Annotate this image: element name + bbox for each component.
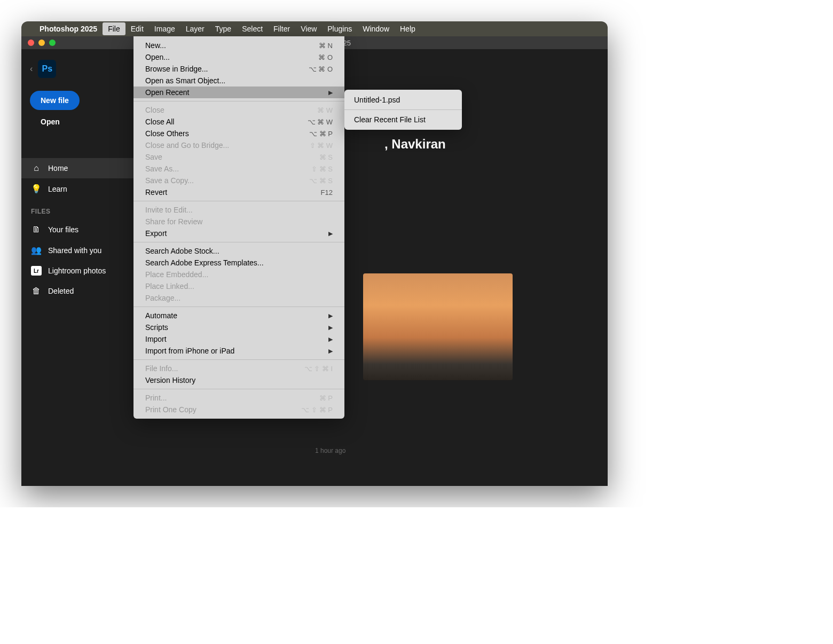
menubar-type[interactable]: Type: [210, 22, 237, 35]
back-icon[interactable]: ‹: [30, 64, 33, 74]
sidebar-lightroom-label: Lightroom photos: [48, 266, 106, 275]
menubar-view[interactable]: View: [295, 22, 322, 35]
menu-package: Package...: [133, 292, 344, 304]
menu-open-smart-object[interactable]: Open as Smart Object...: [133, 75, 344, 87]
menu-place-linked: Place Linked...: [133, 280, 344, 292]
trash-icon: 🗑: [31, 286, 42, 296]
recent-file-item[interactable]: Untitled-1.psd: [344, 93, 462, 107]
menu-separator: [133, 201, 344, 201]
photoshop-logo: Ps: [38, 60, 56, 78]
sidebar-deleted-label: Deleted: [48, 287, 74, 295]
menu-scripts[interactable]: Scripts▶: [133, 321, 344, 333]
menu-place-embedded: Place Embedded...: [133, 269, 344, 280]
sidebar-item-deleted[interactable]: 🗑 Deleted: [21, 281, 139, 301]
menubar-app-name[interactable]: Photoshop 2025: [34, 25, 103, 33]
menubar-layer[interactable]: Layer: [180, 22, 210, 35]
menu-import-iphone[interactable]: Import from iPhone or iPad▶: [133, 345, 344, 357]
menu-separator: [133, 101, 344, 101]
sidebar-item-learn[interactable]: 💡 Learn: [21, 178, 139, 199]
sidebar-home-label: Home: [48, 164, 68, 172]
recent-file-time: 1 hour ago: [315, 447, 345, 454]
menu-separator: [133, 389, 344, 389]
sidebar-item-home[interactable]: ⌂ Home: [21, 158, 139, 178]
menu-separator: [133, 242, 344, 242]
menu-share-review: Share for Review: [133, 216, 344, 227]
close-window-button[interactable]: [28, 40, 34, 46]
chevron-right-icon: ▶: [328, 324, 333, 331]
menu-save-copy: Save a Copy...⌥ ⌘ S: [133, 175, 344, 186]
sidebar-learn-label: Learn: [48, 185, 67, 193]
minimize-window-button[interactable]: [38, 40, 45, 46]
menu-separator: [133, 307, 344, 307]
menu-separator: [344, 109, 462, 110]
home-icon: ⌂: [31, 163, 42, 173]
open-button[interactable]: Open: [30, 110, 130, 133]
menu-save-as: Save As...⇧ ⌘ S: [133, 163, 344, 175]
menu-automate[interactable]: Automate▶: [133, 310, 344, 321]
menu-search-express[interactable]: Search Adobe Express Templates...: [133, 257, 344, 269]
sidebar-your-files-label: Your files: [48, 225, 78, 234]
macos-menubar: Photoshop 2025 File Edit Image Layer Typ…: [21, 21, 608, 36]
menubar-select[interactable]: Select: [237, 22, 268, 35]
menu-new[interactable]: New...⌘ N: [133, 40, 344, 51]
menubar-file[interactable]: File: [103, 22, 125, 35]
chevron-right-icon: ▶: [328, 89, 333, 96]
menu-save: Save⌘ S: [133, 151, 344, 163]
learn-icon: 💡: [31, 184, 42, 194]
sidebar-item-your-files[interactable]: 🗎 Your files: [21, 219, 139, 240]
menu-open[interactable]: Open...⌘ O: [133, 51, 344, 63]
file-icon: 🗎: [31, 225, 42, 234]
sidebar-item-shared[interactable]: 👥 Shared with you: [21, 240, 139, 261]
home-sidebar: ‹ Ps New file Open ⌂ Home 💡 Learn FILES …: [21, 49, 139, 486]
chevron-right-icon: ▶: [328, 336, 333, 343]
menu-file-info: File Info...⌥ ⇧ ⌘ I: [133, 363, 344, 374]
menu-print: Print...⌘ P: [133, 392, 344, 404]
menu-close-go-bridge: Close and Go to Bridge...⇧ ⌘ W: [133, 139, 344, 151]
menu-close-all[interactable]: Close All⌥ ⌘ W: [133, 116, 344, 128]
menu-search-stock[interactable]: Search Adobe Stock...: [133, 245, 344, 257]
menubar-help[interactable]: Help: [395, 22, 421, 35]
menu-export[interactable]: Export▶: [133, 227, 344, 239]
chevron-right-icon: ▶: [328, 230, 333, 237]
menu-print-one-copy: Print One Copy⌥ ⇧ ⌘ P: [133, 404, 344, 415]
sidebar-shared-label: Shared with you: [48, 246, 101, 255]
menu-invite-edit: Invite to Edit...: [133, 204, 344, 216]
menubar-window[interactable]: Window: [357, 22, 395, 35]
menu-import[interactable]: Import▶: [133, 333, 344, 345]
maximize-window-button[interactable]: [49, 40, 56, 46]
chevron-right-icon: ▶: [328, 348, 333, 355]
chevron-right-icon: ▶: [328, 312, 333, 319]
open-recent-submenu: Untitled-1.psd Clear Recent File List: [344, 90, 462, 130]
menu-separator: [133, 359, 344, 360]
menubar-image[interactable]: Image: [149, 22, 180, 35]
menubar-plugins[interactable]: Plugins: [322, 22, 357, 35]
people-icon: 👥: [31, 245, 42, 255]
menubar-edit[interactable]: Edit: [125, 22, 149, 35]
files-section-label: FILES: [21, 199, 139, 219]
menu-open-recent[interactable]: Open Recent▶: [133, 87, 344, 98]
menubar-filter[interactable]: Filter: [268, 22, 295, 35]
menu-browse-bridge[interactable]: Browse in Bridge...⌥ ⌘ O: [133, 63, 344, 75]
sidebar-item-lightroom[interactable]: Lr Lightroom photos: [21, 261, 139, 281]
welcome-heading: , Navkiran: [384, 137, 446, 152]
clear-recent-list[interactable]: Clear Recent File List: [344, 113, 462, 127]
lightroom-icon: Lr: [31, 266, 42, 276]
menu-close: Close⌘ W: [133, 104, 344, 116]
menu-version-history[interactable]: Version History: [133, 374, 344, 386]
recent-file-thumbnail[interactable]: [363, 273, 513, 380]
file-menu-dropdown: New...⌘ N Open...⌘ O Browse in Bridge...…: [133, 36, 344, 419]
menu-revert[interactable]: RevertF12: [133, 186, 344, 198]
new-file-button[interactable]: New file: [30, 91, 80, 110]
menu-close-others[interactable]: Close Others⌥ ⌘ P: [133, 128, 344, 139]
